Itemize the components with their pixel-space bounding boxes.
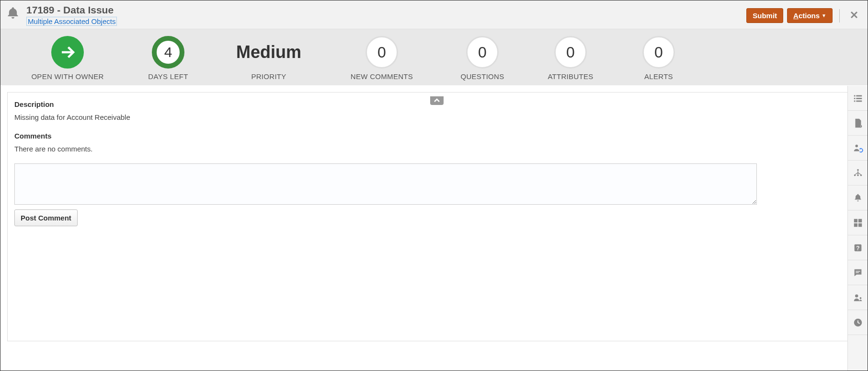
- status-icon: [51, 36, 84, 69]
- page-title: 17189 - Data Issue: [26, 4, 117, 16]
- stat-attributes: 0 ATTRIBUTES: [535, 36, 606, 81]
- content: Description Missing data for Account Rec…: [0, 85, 868, 358]
- stat-label: OPEN WITH OWNER: [31, 72, 103, 81]
- stat-label: ATTRIBUTES: [548, 72, 593, 81]
- collapse-handle[interactable]: [430, 96, 444, 105]
- stat-label: DAYS LEFT: [148, 72, 188, 81]
- svg-point-22: [859, 297, 861, 299]
- bell-icon[interactable]: [848, 186, 868, 210]
- post-comment-button[interactable]: Post Comment: [14, 209, 78, 226]
- svg-rect-5: [856, 100, 862, 102]
- stat-label: QUESTIONS: [460, 72, 504, 81]
- comments-empty: There are no comments.: [14, 145, 854, 153]
- chevron-down-icon: ▼: [822, 13, 826, 18]
- svg-rect-16: [858, 223, 861, 226]
- document-info-icon[interactable]: i: [848, 111, 868, 136]
- svg-rect-2: [854, 98, 855, 99]
- bell-icon: [6, 6, 20, 21]
- comment-input[interactable]: [14, 163, 757, 205]
- associated-objects-link[interactable]: Multiple Associated Objects: [26, 17, 117, 26]
- svg-rect-20: [856, 272, 858, 273]
- svg-point-9: [857, 169, 859, 171]
- header-left: 17189 - Data Issue Multiple Associated O…: [6, 4, 117, 26]
- svg-rect-1: [856, 95, 862, 96]
- stat-new-comments: 0 NEW COMMENTS: [334, 36, 430, 81]
- svg-rect-15: [854, 223, 857, 226]
- main-area: Description Missing data for Account Rec…: [0, 85, 868, 358]
- svg-point-8: [855, 144, 858, 147]
- svg-point-21: [855, 294, 858, 297]
- stat-label: NEW COMMENTS: [351, 72, 413, 81]
- days-left-value: 4: [152, 36, 184, 69]
- stat-questions: 0 QUESTIONS: [447, 36, 518, 81]
- right-sidebar: i ?: [847, 86, 868, 371]
- help-icon[interactable]: ?: [848, 235, 868, 260]
- svg-rect-13: [854, 219, 857, 222]
- svg-point-11: [860, 174, 862, 176]
- stat-status: OPEN WITH OWNER: [20, 36, 115, 81]
- comments-title: Comments: [14, 132, 854, 140]
- chat-icon[interactable]: [848, 260, 868, 285]
- content-box: Description Missing data for Account Rec…: [7, 92, 861, 341]
- user-refresh-icon[interactable]: [848, 136, 868, 161]
- questions-value: 0: [466, 36, 499, 69]
- svg-rect-14: [858, 219, 861, 222]
- svg-rect-0: [854, 95, 855, 96]
- svg-rect-3: [856, 98, 862, 99]
- svg-rect-4: [854, 100, 855, 102]
- close-icon[interactable]: [846, 7, 862, 24]
- stat-label: ALERTS: [644, 72, 673, 81]
- stat-priority: Medium PRIORITY: [221, 36, 317, 81]
- svg-text:i: i: [860, 125, 860, 128]
- stat-days-left: 4 DAYS LEFT: [133, 36, 204, 81]
- header-bar: 17189 - Data Issue Multiple Associated O…: [0, 0, 868, 29]
- priority-value: Medium: [236, 36, 301, 69]
- stat-label: PRIORITY: [251, 72, 286, 81]
- submit-button[interactable]: Submit: [746, 8, 783, 23]
- person-icon[interactable]: [848, 285, 868, 310]
- svg-point-10: [854, 174, 856, 176]
- stat-alerts: 0 ALERTS: [623, 36, 694, 81]
- attributes-value: 0: [554, 36, 587, 69]
- clock-icon[interactable]: [848, 310, 868, 335]
- workflow-icon[interactable]: [848, 161, 868, 186]
- svg-point-12: [857, 174, 859, 176]
- svg-text:?: ?: [856, 244, 859, 251]
- description-text: Missing data for Account Receivable: [14, 113, 854, 121]
- divider: [839, 9, 840, 23]
- attributes-icon[interactable]: [848, 210, 868, 235]
- alerts-value: 0: [642, 36, 675, 69]
- new-comments-value: 0: [365, 36, 398, 69]
- actions-button[interactable]: Actions ▼: [787, 8, 833, 23]
- svg-rect-19: [856, 271, 860, 271]
- title-area: 17189 - Data Issue Multiple Associated O…: [26, 4, 117, 26]
- header-right: Submit Actions ▼: [746, 7, 862, 24]
- list-icon[interactable]: [848, 86, 868, 111]
- stats-bar: OPEN WITH OWNER 4 DAYS LEFT Medium PRIOR…: [0, 29, 868, 85]
